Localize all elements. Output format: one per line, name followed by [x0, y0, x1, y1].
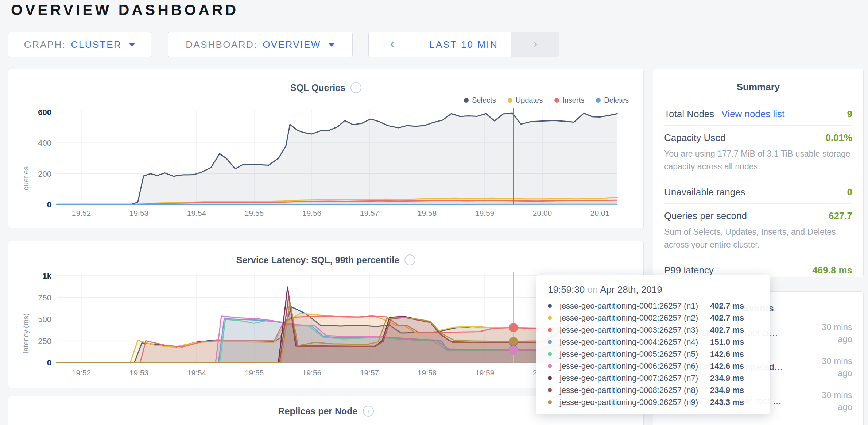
- tooltip-row: jesse-geo-partitioning-0002:26257 (n2)40…: [548, 312, 759, 324]
- dashboard-dropdown-value: OVERVIEW: [263, 39, 321, 50]
- event-timestamp: 30 minsago: [822, 389, 852, 413]
- tooltip-node-value: 234.9 ms: [710, 374, 744, 383]
- series-dot-icon: [548, 340, 552, 344]
- svg-text:19:52: 19:52: [72, 368, 91, 377]
- svg-text:0: 0: [47, 358, 51, 367]
- tooltip-node-value: 151.0 ms: [710, 337, 744, 347]
- svg-text:19:53: 19:53: [129, 209, 149, 217]
- svg-text:0: 0: [47, 200, 51, 209]
- legend-dot-icon: [554, 98, 559, 103]
- summary-capacity: Capacity Used 0.01% You are using 177.7 …: [664, 125, 852, 180]
- service-latency-title: Service Latency: SQL, 99th percentile i: [8, 254, 643, 265]
- capacity-used-value: 0.01%: [825, 132, 852, 143]
- series-dot-icon: [548, 328, 552, 332]
- legend-item-inserts[interactable]: Inserts: [554, 96, 584, 104]
- svg-text:19:55: 19:55: [245, 368, 264, 377]
- tooltip-date: Apr 28th, 2019: [600, 284, 662, 295]
- dashboard-dropdown-label: DASHBOARD:: [186, 39, 257, 50]
- summary-qps: Queries per second 627.7 Sum of Selects,…: [664, 203, 852, 258]
- tooltip-node-value: 142.6 ms: [710, 349, 744, 359]
- graph-dropdown[interactable]: GRAPH: CLUSTER: [8, 32, 151, 57]
- svg-text:19:57: 19:57: [360, 209, 379, 217]
- chevron-down-icon: [129, 43, 135, 47]
- qps-value: 627.7: [829, 210, 852, 222]
- legend-item-selects[interactable]: Selects: [464, 96, 496, 104]
- tooltip-node-value: 402.7 ms: [710, 313, 744, 323]
- tooltip-node-name: jesse-geo-partitioning-0005:26257 (n5): [560, 349, 710, 359]
- legend-item-deletes[interactable]: Deletes: [596, 96, 629, 104]
- chart-title-text: SQL Queries: [290, 83, 345, 93]
- series-dot-icon: [548, 352, 552, 356]
- svg-text:19:58: 19:58: [418, 368, 437, 377]
- series-dot-icon: [548, 364, 552, 368]
- info-icon[interactable]: i: [404, 254, 415, 265]
- series-dot-icon: [548, 304, 552, 308]
- chevron-right-icon: ›: [532, 35, 537, 52]
- svg-text:250: 250: [38, 337, 51, 346]
- svg-text:20:01: 20:01: [590, 209, 610, 217]
- tooltip-node-value: 243.3 ms: [710, 398, 744, 407]
- event-timestamp: 30 minsago: [822, 355, 852, 379]
- page-title: OVERVIEW DASHBOARD: [11, 1, 239, 19]
- event-row[interactable]: Table Created: User root cr…30 minsago: [664, 418, 852, 425]
- time-range-value[interactable]: LAST 10 MIN: [416, 32, 511, 57]
- legend-label: Updates: [516, 96, 543, 104]
- view-nodes-list-link[interactable]: View nodes list: [721, 108, 784, 120]
- summary-panel: Summary Total Nodes View nodes list 9 Ca…: [653, 69, 864, 277]
- tooltip-node-name: jesse-geo-partitioning-0003:26257 (n3): [560, 325, 710, 335]
- tooltip-row: jesse-geo-partitioning-0004:26257 (n4)15…: [548, 336, 759, 348]
- legend-item-updates[interactable]: Updates: [508, 96, 543, 104]
- event-timestamp: 30 minsago: [822, 423, 852, 425]
- tooltip-node-name: jesse-geo-partitioning-0008:26257 (n8): [560, 386, 710, 395]
- tooltip-row: jesse-geo-partitioning-0007:26257 (n7)23…: [548, 372, 759, 384]
- tooltip-node-name: jesse-geo-partitioning-0009:26257 (n9): [560, 398, 710, 407]
- legend-label: Selects: [472, 96, 496, 104]
- svg-text:19:54: 19:54: [187, 209, 206, 217]
- svg-text:19:52: 19:52: [72, 209, 91, 217]
- svg-text:19:58: 19:58: [418, 209, 437, 217]
- chart-title-text: Replicas per Node: [278, 406, 357, 417]
- capacity-used-label: Capacity Used: [664, 132, 726, 143]
- chart-hover-tooltip: 19:59:30 on Apr 28th, 2019 jesse-geo-par…: [536, 275, 770, 414]
- time-range-next-button[interactable]: ›: [511, 32, 559, 57]
- tooltip-row: jesse-geo-partitioning-0003:26257 (n3)40…: [548, 324, 759, 336]
- tooltip-node-value: 402.7 ms: [710, 301, 744, 311]
- series-dot-icon: [548, 376, 552, 380]
- latency-y-axis-label: latency (ms): [22, 302, 30, 364]
- sql-y-axis-label: queries: [22, 153, 30, 204]
- svg-text:19:56: 19:56: [302, 368, 322, 377]
- svg-text:19:54: 19:54: [187, 368, 206, 377]
- tooltip-row: jesse-geo-partitioning-0008:26257 (n8)23…: [548, 384, 759, 396]
- svg-text:19:53: 19:53: [129, 368, 149, 377]
- summary-unavailable-ranges: Unavailable ranges 0: [664, 180, 852, 203]
- time-range-prev-button[interactable]: ‹: [369, 32, 416, 57]
- tooltip-row: jesse-geo-partitioning-0005:26257 (n5)14…: [548, 348, 759, 360]
- tooltip-node-name: jesse-geo-partitioning-0006:26257 (n6): [560, 361, 710, 371]
- svg-text:19:56: 19:56: [302, 209, 322, 217]
- info-icon[interactable]: i: [350, 82, 361, 93]
- legend-dot-icon: [508, 98, 512, 103]
- svg-text:19:59: 19:59: [475, 209, 495, 217]
- summary-title: Summary: [664, 81, 852, 93]
- time-range-selector: ‹ LAST 10 MIN ›: [368, 32, 559, 57]
- qps-caption: Sum of Selects, Updates, Inserts, and De…: [664, 226, 852, 258]
- unavailable-ranges-value: 0: [847, 187, 852, 198]
- tooltip-node-name: jesse-geo-partitioning-0001:26257 (n1): [560, 301, 710, 311]
- sql-queries-chart[interactable]: 19:5219:5319:5419:5519:5619:5719:5819:59…: [30, 104, 636, 219]
- tooltip-row: jesse-geo-partitioning-0001:26257 (n1)40…: [548, 300, 759, 312]
- total-nodes-label: Total Nodes: [664, 108, 714, 120]
- sql-queries-title: SQL Queries i: [8, 82, 643, 93]
- info-icon[interactable]: i: [363, 406, 374, 417]
- svg-text:19:57: 19:57: [360, 368, 379, 377]
- tooltip-node-value: 142.6 ms: [710, 361, 744, 371]
- svg-text:400: 400: [38, 138, 51, 148]
- svg-text:19:59: 19:59: [475, 368, 495, 377]
- tooltip-row: jesse-geo-partitioning-0009:26257 (n9)24…: [548, 396, 759, 408]
- dashboard-dropdown[interactable]: DASHBOARD: OVERVIEW: [168, 32, 353, 57]
- chevron-down-icon: [328, 43, 335, 47]
- tooltip-on-word: on: [587, 284, 598, 295]
- svg-text:20:00: 20:00: [533, 209, 552, 217]
- legend-dot-icon: [596, 98, 601, 103]
- tooltip-node-name: jesse-geo-partitioning-0007:26257 (n7): [560, 374, 710, 383]
- tooltip-time: 19:59:30: [548, 284, 585, 295]
